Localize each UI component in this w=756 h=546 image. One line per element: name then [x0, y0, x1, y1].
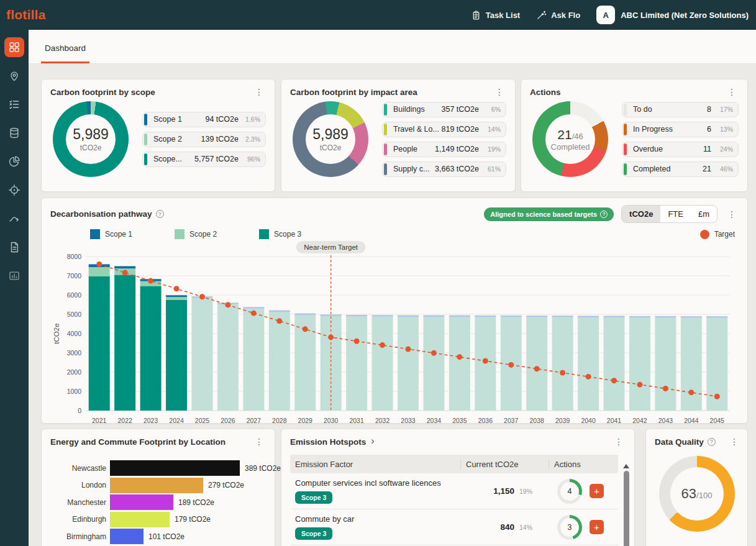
- svg-text:2043: 2043: [658, 417, 673, 424]
- svg-text:4000: 4000: [67, 330, 82, 337]
- unit-option-fte[interactable]: FTE: [660, 206, 691, 222]
- decarbonisation-pathway-card: Decarbonisation pathway ? Aligned to sci…: [41, 198, 748, 424]
- pathway-chart: 010002000300040005000600070008000tCO2e20…: [50, 240, 737, 428]
- legend-chip-scope-1[interactable]: Scope 194 tCO2e1.6%: [142, 112, 266, 127]
- svg-text:8000: 8000: [67, 253, 82, 260]
- legend-label: Scope 3: [274, 230, 301, 239]
- location-value: 179 tCO2e: [175, 515, 211, 524]
- task-list-button[interactable]: Task List: [471, 10, 520, 20]
- sbt-aligned-badge[interactable]: Aligned to science based targets ?: [484, 207, 614, 221]
- kebab-menu-icon[interactable]: ⋮: [725, 86, 739, 98]
- info-icon: ?: [600, 211, 608, 218]
- tab-bar: Dashboard: [29, 30, 756, 64]
- legend-chip-scope-2[interactable]: Scope 2139 tCO2e2.3%: [142, 132, 266, 147]
- scope-legend: Scope 194 tCO2e1.6%Scope 2139 tCO2e2.3%S…: [142, 112, 266, 167]
- svg-text:2027: 2027: [247, 417, 262, 424]
- location-bar: [110, 529, 143, 544]
- legend-chip-completed[interactable]: Completed2146%: [622, 162, 739, 177]
- legend-chip-buildings[interactable]: Buildings357 tCO2e6%: [382, 102, 506, 117]
- scrollbar-thumb[interactable]: [624, 471, 629, 546]
- emission-hotspots-card: Emission Hotspots › ⋮ Emission Factor Cu…: [281, 429, 635, 546]
- svg-text:2044: 2044: [684, 417, 699, 424]
- svg-text:2042: 2042: [632, 417, 647, 424]
- legend-chip-supply-c-[interactable]: Supply c...3,663 tCO2e61%: [382, 162, 506, 177]
- ask-flo-button[interactable]: Ask Flo: [536, 10, 580, 20]
- kebab-menu-icon[interactable]: ⋮: [612, 436, 626, 447]
- unit-option-gbp[interactable]: £m: [691, 206, 717, 222]
- location-value: 279 tCO2e: [208, 481, 244, 489]
- legend-chip-in-progress[interactable]: In Progress613%: [622, 122, 739, 137]
- legend-chip-overdue[interactable]: Overdue1124%: [622, 142, 739, 157]
- sidebar-item-reports[interactable]: [4, 266, 24, 286]
- svg-text:2036: 2036: [478, 417, 493, 424]
- legend-chip-to-do[interactable]: To do817%: [622, 102, 739, 117]
- chip-color-bar: [384, 143, 387, 155]
- sidebar-item-locations[interactable]: [4, 66, 24, 86]
- actions-completed-count: 21: [557, 127, 572, 142]
- account-name: ABC Limited (Net Zero Solutions): [621, 11, 749, 20]
- legend-chip-people[interactable]: People1,149 tCO2e19%: [382, 142, 506, 157]
- document-icon: [8, 241, 20, 253]
- svg-text:2038: 2038: [530, 417, 545, 424]
- legend-scope3[interactable]: Scope 3: [259, 229, 301, 239]
- sidebar-item-targets[interactable]: [4, 180, 24, 200]
- scope-total-value: 5,989: [73, 126, 109, 143]
- sidebar-item-documents[interactable]: [4, 237, 24, 257]
- info-icon[interactable]: ?: [708, 438, 716, 446]
- chip-percent: 46%: [716, 165, 733, 173]
- account-menu[interactable]: A ABC Limited (Net Zero Solutions): [596, 6, 749, 24]
- chip-color-bar: [384, 163, 387, 175]
- sidebar-item-data[interactable]: [4, 123, 24, 143]
- pathway-legend: Scope 1 Scope 2 Scope 3 Target: [42, 227, 747, 239]
- sidebar-item-dashboard[interactable]: [4, 37, 24, 57]
- sidebar-item-pathway[interactable]: [4, 209, 24, 229]
- legend-scope1[interactable]: Scope 1: [90, 229, 132, 239]
- svg-text:3000: 3000: [67, 349, 82, 357]
- chip-color-bar: [144, 153, 147, 165]
- legend-target[interactable]: Target: [700, 230, 735, 239]
- impact-total-value: 5,989: [312, 126, 348, 143]
- chip-value: 5,757 tCO2e: [194, 155, 239, 163]
- avatar: A: [596, 6, 615, 24]
- svg-text:2032: 2032: [375, 417, 390, 424]
- kebab-menu-icon[interactable]: ⋮: [493, 86, 506, 98]
- kebab-menu-icon[interactable]: ⋮: [252, 86, 266, 98]
- svg-text:2035: 2035: [452, 417, 467, 424]
- legend-chip-scope-[interactable]: Scope...5,757 tCO2e96%: [142, 152, 266, 167]
- add-action-button[interactable]: +: [590, 520, 604, 534]
- chip-percent: 19%: [483, 145, 501, 153]
- scroll-up-icon[interactable]: [623, 464, 629, 468]
- sidebar-item-emissions[interactable]: [4, 152, 24, 171]
- sidebar-item-tasks[interactable]: [4, 94, 24, 114]
- actions-count: 3: [557, 515, 582, 540]
- bar-chart-icon: [8, 270, 20, 282]
- chip-value: 6: [707, 125, 711, 134]
- chip-label: In Progress: [633, 125, 673, 134]
- chip-label: Travel & Lo...: [393, 125, 439, 134]
- chip-label: Supply c...: [393, 165, 429, 173]
- legend-scope2[interactable]: Scope 2: [175, 229, 217, 239]
- add-action-button[interactable]: +: [590, 484, 604, 498]
- tab-dashboard[interactable]: Dashboard: [41, 43, 89, 63]
- chip-percent: 24%: [716, 145, 733, 153]
- emission-factor-name: Computer services incl software licences: [295, 478, 455, 488]
- unit-option-tco2e[interactable]: tCO2e: [622, 206, 660, 222]
- legend-chip-travel-lo-[interactable]: Travel & Lo...819 tCO2e14%: [382, 122, 506, 137]
- scrollbar[interactable]: [623, 464, 629, 546]
- kebab-menu-icon[interactable]: ⋮: [727, 436, 741, 447]
- chip-label: Overdue: [633, 145, 663, 153]
- checklist-icon: [8, 98, 20, 111]
- col-emission-factor: Emission Factor: [290, 460, 460, 469]
- kebab-menu-icon[interactable]: ⋮: [725, 209, 739, 220]
- svg-text:2026: 2026: [221, 417, 235, 424]
- quality-score: 63: [681, 486, 696, 502]
- svg-text:2023: 2023: [143, 417, 158, 424]
- actions-card: Actions ⋮ 21 /46 Completed To do817%In P…: [521, 79, 748, 192]
- emission-hotspots-link[interactable]: Emission Hotspots ›: [290, 437, 375, 447]
- info-icon[interactable]: ?: [156, 210, 164, 218]
- card-title: Carbon footprint by scope: [50, 88, 155, 97]
- chevron-right-icon: ›: [371, 435, 374, 447]
- svg-text:2029: 2029: [298, 417, 313, 424]
- location-bar: [110, 478, 203, 493]
- kebab-menu-icon[interactable]: ⋮: [252, 436, 266, 447]
